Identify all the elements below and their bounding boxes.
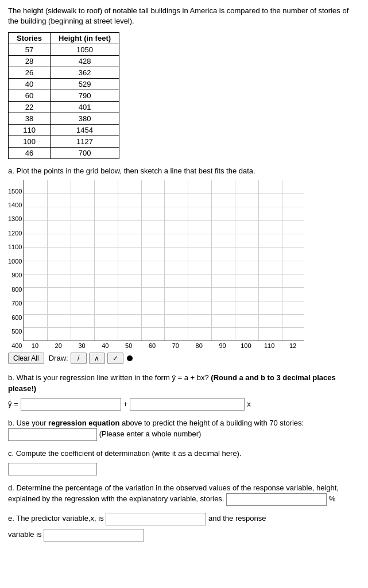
table-row: 38380 bbox=[9, 113, 119, 125]
stories-cell: 46 bbox=[9, 148, 51, 159]
draw-line-button[interactable]: / bbox=[71, 353, 87, 364]
y-axis-label: 800 bbox=[11, 287, 22, 293]
x-label: x bbox=[247, 399, 251, 410]
x-axis-label: 90 bbox=[211, 342, 234, 349]
section-e-variable-label: variable is bbox=[8, 529, 360, 541]
table-row: 46700 bbox=[9, 148, 119, 159]
y-axis-label: 400 bbox=[11, 343, 22, 349]
y-axis-label: 600 bbox=[11, 315, 22, 321]
height-cell: 401 bbox=[51, 102, 119, 113]
x-axis-label: 70 bbox=[164, 342, 187, 349]
x-axis-label: 40 bbox=[94, 342, 117, 349]
grid-line-vertical bbox=[71, 180, 71, 341]
x-axis-label: 110 bbox=[258, 342, 281, 349]
table-row: 1001127 bbox=[9, 136, 119, 148]
height-cell: 428 bbox=[51, 56, 119, 67]
grid-line-vertical bbox=[258, 180, 259, 341]
y-axis-label: 1000 bbox=[8, 258, 22, 265]
section-b2: b. Use your regression equation above to… bbox=[8, 417, 360, 442]
table-row: 26362 bbox=[9, 67, 119, 79]
grid-line-vertical bbox=[188, 180, 188, 341]
predictor-input[interactable] bbox=[106, 513, 206, 525]
regression-a-input[interactable] bbox=[21, 398, 121, 411]
grid-line-vertical bbox=[164, 180, 165, 341]
x-axis-label: 20 bbox=[47, 342, 70, 349]
stories-cell: 22 bbox=[9, 102, 51, 113]
height-cell: 700 bbox=[51, 148, 119, 159]
section-e-label: e. The predictor variable,x, is and the … bbox=[8, 513, 360, 525]
section-b2-label: b. Use your regression equation above to… bbox=[8, 417, 360, 442]
section-b: b. What is your regression line written … bbox=[8, 372, 360, 411]
regression-b-input[interactable] bbox=[130, 398, 245, 411]
x-axis-label: 100 bbox=[234, 342, 258, 349]
section-c-label: c. Compute the coefficient of determinat… bbox=[8, 448, 360, 459]
stories-cell: 60 bbox=[9, 90, 51, 102]
stories-cell: 100 bbox=[9, 136, 51, 148]
clear-all-button[interactable]: Clear All bbox=[8, 353, 44, 364]
percentage-input[interactable] bbox=[226, 493, 327, 506]
intro-text: The height (sidewalk to roof) of notable… bbox=[8, 6, 360, 26]
plus-label: + bbox=[123, 399, 128, 410]
y-axis-label: 1100 bbox=[8, 244, 22, 250]
stories-cell: 40 bbox=[9, 79, 51, 90]
table-row: 1101454 bbox=[9, 125, 119, 136]
section-e: e. The predictor variable,x, is and the … bbox=[8, 513, 360, 541]
x-axis-labels: 10203040506070809010011012 bbox=[23, 342, 304, 349]
section-a-label: a. Plot the points in the grid below, th… bbox=[8, 166, 360, 176]
col-height-header: Height (in feet) bbox=[51, 33, 119, 44]
pct-label: % bbox=[329, 495, 336, 504]
predict-input[interactable] bbox=[8, 428, 97, 441]
section-d-label: d. Determine the percentage of the varia… bbox=[8, 482, 360, 506]
y-axis-label: 1400 bbox=[8, 202, 22, 208]
table-row: 22401 bbox=[9, 102, 119, 113]
height-cell: 1454 bbox=[51, 125, 119, 136]
height-cell: 790 bbox=[51, 90, 119, 102]
section-b-label: b. What is your regression line written … bbox=[8, 372, 360, 394]
grid-line-vertical bbox=[47, 180, 48, 341]
table-row: 571050 bbox=[9, 44, 119, 56]
col-stories-header: Stories bbox=[9, 33, 51, 44]
stories-cell: 26 bbox=[9, 67, 51, 79]
x-axis-label: 12 bbox=[281, 342, 305, 349]
section-d: d. Determine the percentage of the varia… bbox=[8, 482, 360, 506]
response-input[interactable] bbox=[44, 529, 144, 541]
y-axis-label: 1500 bbox=[8, 188, 22, 195]
stories-cell: 57 bbox=[9, 44, 51, 56]
stories-cell: 38 bbox=[9, 113, 51, 125]
x-axis-label: 30 bbox=[70, 342, 94, 349]
grid-line-vertical bbox=[118, 180, 118, 341]
grid-line-vertical bbox=[211, 180, 212, 341]
coeff-determination-input[interactable] bbox=[8, 463, 97, 475]
stories-cell: 28 bbox=[9, 56, 51, 67]
x-axis-label: 60 bbox=[141, 342, 164, 349]
x-axis-label: 50 bbox=[117, 342, 141, 349]
grid-line-vertical bbox=[141, 180, 142, 341]
height-cell: 380 bbox=[51, 113, 119, 125]
height-cell: 1127 bbox=[51, 136, 119, 148]
dot-tool-button[interactable] bbox=[127, 355, 133, 361]
y-axis-label: 700 bbox=[11, 300, 22, 307]
x-axis-label: 80 bbox=[187, 342, 211, 349]
toolbar: Clear All Draw: / ∧ ✓ bbox=[8, 353, 360, 364]
table-row: 40529 bbox=[9, 79, 119, 90]
y-axis-label: 1300 bbox=[8, 216, 22, 222]
data-table: Stories Height (in feet) 571050284282636… bbox=[8, 32, 119, 159]
grid-and-x: 10203040506070809010011012 bbox=[23, 180, 304, 349]
y-axis-label: 1200 bbox=[8, 230, 22, 237]
chart-container: 1500140013001200110010009008007006005004… bbox=[8, 180, 360, 349]
grid-line-vertical bbox=[94, 180, 95, 341]
draw-curve-button[interactable]: ∧ bbox=[89, 353, 105, 364]
grid-line-vertical bbox=[282, 180, 282, 341]
section-c: c. Compute the coefficient of determinat… bbox=[8, 448, 360, 475]
stories-cell: 110 bbox=[9, 125, 51, 136]
chart-grid[interactable] bbox=[23, 180, 304, 341]
x-axis-label: 10 bbox=[23, 342, 47, 349]
height-cell: 1050 bbox=[51, 44, 119, 56]
yhat-label: ŷ = bbox=[8, 399, 18, 410]
table-row: 60790 bbox=[9, 90, 119, 102]
draw-check-button[interactable]: ✓ bbox=[107, 353, 123, 364]
y-axis-labels: 1500140013001200110010009008007006005004… bbox=[8, 188, 22, 349]
draw-label: Draw: bbox=[49, 354, 68, 362]
grid-line-vertical bbox=[235, 180, 235, 341]
table-row: 28428 bbox=[9, 56, 119, 67]
